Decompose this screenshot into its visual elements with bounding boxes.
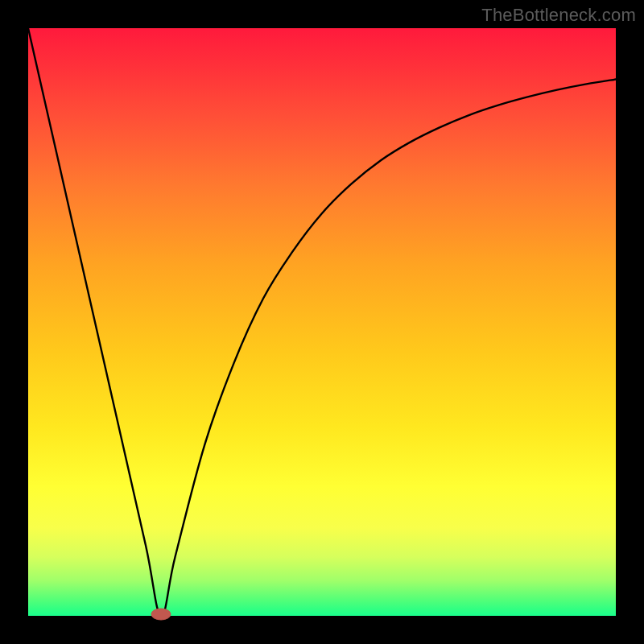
chart-svg [28,28,616,616]
watermark-label: TheBottleneck.com [481,5,636,26]
plot-area [28,28,616,616]
bottleneck-curve [28,28,616,616]
chart-frame: TheBottleneck.com [0,0,644,644]
optimal-point-marker [151,609,171,620]
